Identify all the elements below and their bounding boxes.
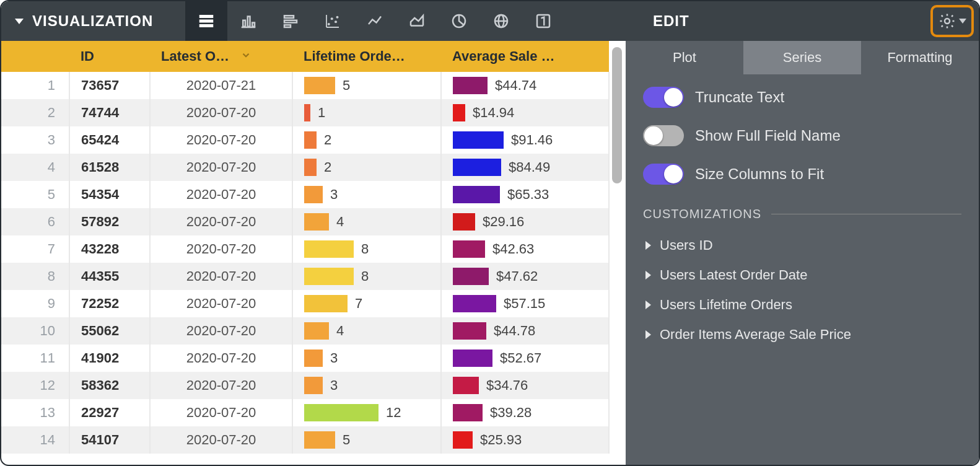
table-row[interactable]: 7432282020-07-208$42.63 bbox=[1, 235, 609, 263]
svg-point-13 bbox=[336, 16, 339, 19]
svg-rect-8 bbox=[284, 20, 297, 23]
vis-type-table[interactable] bbox=[185, 1, 227, 41]
cell-orders: 2 bbox=[292, 154, 441, 181]
svg-rect-5 bbox=[252, 23, 255, 27]
chevron-down-icon bbox=[959, 19, 966, 24]
scroll-thumb[interactable] bbox=[612, 47, 622, 183]
cell-date: 2020-07-20 bbox=[150, 263, 292, 290]
toggle-size-columns-to-fit[interactable] bbox=[643, 164, 684, 185]
table-row[interactable]: 11419022020-07-203$52.67 bbox=[1, 345, 609, 372]
app-window: VISUALIZATION EDIT ID Latest O… bbox=[0, 0, 980, 466]
vis-type-single[interactable] bbox=[522, 1, 564, 41]
row-number: 5 bbox=[1, 181, 69, 208]
cell-avg: $52.67 bbox=[441, 345, 609, 372]
row-number: 3 bbox=[1, 126, 69, 154]
cell-avg: $57.15 bbox=[441, 290, 609, 317]
customization-label: Order Items Average Sale Price bbox=[660, 327, 851, 343]
visualization-label: VISUALIZATION bbox=[32, 12, 153, 30]
caret-down-icon bbox=[15, 19, 24, 24]
toggle-label: Show Full Field Name bbox=[695, 127, 841, 144]
cell-date: 2020-07-20 bbox=[150, 208, 292, 235]
customization-item[interactable]: Users ID bbox=[626, 226, 979, 256]
vis-type-bar bbox=[185, 1, 564, 41]
body: ID Latest O… Lifetime Orde… Average Sale… bbox=[1, 41, 979, 465]
scrollbar[interactable] bbox=[612, 47, 622, 465]
col-id[interactable]: ID bbox=[69, 41, 150, 72]
cell-orders: 5 bbox=[292, 72, 441, 99]
cell-avg: $91.46 bbox=[441, 126, 609, 154]
table-row[interactable]: 1736572020-07-215$44.74 bbox=[1, 72, 609, 99]
cell-orders: 4 bbox=[292, 208, 441, 235]
cell-orders: 2 bbox=[292, 126, 441, 154]
vis-type-column[interactable] bbox=[227, 1, 269, 41]
panel-tabs: PlotSeriesFormatting bbox=[626, 41, 979, 74]
table-row[interactable]: 10550622020-07-204$44.78 bbox=[1, 317, 609, 345]
cell-avg: $65.33 bbox=[441, 181, 609, 208]
cell-avg: $44.78 bbox=[441, 317, 609, 345]
cell-avg: $29.16 bbox=[441, 208, 609, 235]
tab-plot[interactable]: Plot bbox=[626, 41, 743, 74]
table-row[interactable]: 3654242020-07-202$91.46 bbox=[1, 126, 609, 154]
svg-rect-4 bbox=[248, 17, 250, 27]
row-number: 9 bbox=[1, 290, 69, 317]
table-row[interactable]: 6578922020-07-204$29.16 bbox=[1, 208, 609, 235]
table-row[interactable]: 4615282020-07-202$84.49 bbox=[1, 154, 609, 181]
topbar: VISUALIZATION EDIT bbox=[1, 1, 979, 41]
customization-item[interactable]: Users Latest Order Date bbox=[626, 256, 979, 286]
col-latest[interactable]: Latest O… bbox=[150, 41, 292, 72]
cell-id: 65424 bbox=[69, 126, 150, 154]
cell-orders: 8 bbox=[292, 263, 441, 290]
cell-orders: 1 bbox=[292, 99, 441, 126]
table-wrap: ID Latest O… Lifetime Orde… Average Sale… bbox=[1, 41, 626, 465]
triangle-right-icon bbox=[645, 330, 651, 339]
cell-avg: $42.63 bbox=[441, 235, 609, 263]
cell-date: 2020-07-20 bbox=[150, 154, 292, 181]
table-row[interactable]: 2747442020-07-201$14.94 bbox=[1, 99, 609, 126]
table-row[interactable]: 5543542020-07-203$65.33 bbox=[1, 181, 609, 208]
col-avg[interactable]: Average Sale … bbox=[441, 41, 609, 72]
row-number: 12 bbox=[1, 372, 69, 399]
cell-date: 2020-07-21 bbox=[150, 72, 292, 99]
edit-panel: PlotSeriesFormatting Truncate TextShow F… bbox=[626, 41, 979, 465]
row-number: 7 bbox=[1, 235, 69, 263]
table-icon bbox=[197, 12, 216, 30]
toggle-show-full-field-name[interactable] bbox=[643, 125, 684, 146]
area-icon bbox=[408, 12, 426, 30]
vis-type-scatter[interactable] bbox=[312, 1, 354, 41]
cell-id: 22927 bbox=[69, 399, 150, 426]
cell-avg: $14.94 bbox=[441, 99, 609, 126]
cell-date: 2020-07-20 bbox=[150, 399, 292, 426]
toggle-truncate-text[interactable] bbox=[643, 87, 684, 108]
table-row[interactable]: 9722522020-07-207$57.15 bbox=[1, 290, 609, 317]
cell-date: 2020-07-20 bbox=[150, 345, 292, 372]
cell-id: 61528 bbox=[69, 154, 150, 181]
vis-type-area[interactable] bbox=[396, 1, 438, 41]
table-row[interactable]: 12583622020-07-203$34.76 bbox=[1, 372, 609, 399]
row-number: 8 bbox=[1, 263, 69, 290]
tab-formatting[interactable]: Formatting bbox=[861, 41, 979, 74]
table-row[interactable]: 8443552020-07-208$47.62 bbox=[1, 263, 609, 290]
cell-date: 2020-07-20 bbox=[150, 290, 292, 317]
col-rownum[interactable] bbox=[1, 41, 69, 72]
vis-type-line[interactable] bbox=[354, 1, 396, 41]
settings-button[interactable] bbox=[930, 5, 974, 37]
svg-point-12 bbox=[335, 20, 337, 23]
row-number: 2 bbox=[1, 99, 69, 126]
table-row[interactable]: 14541072020-07-205$25.93 bbox=[1, 426, 609, 454]
vis-type-pie[interactable] bbox=[438, 1, 480, 41]
cell-id: 58362 bbox=[69, 372, 150, 399]
toggle-row: Truncate Text bbox=[626, 74, 979, 113]
vis-type-map[interactable] bbox=[480, 1, 522, 41]
edit-label: EDIT bbox=[645, 1, 930, 41]
visualization-toggle[interactable]: VISUALIZATION bbox=[1, 1, 167, 41]
vis-type-bar[interactable] bbox=[269, 1, 312, 41]
cell-avg: $47.62 bbox=[441, 263, 609, 290]
customization-item[interactable]: Order Items Average Sale Price bbox=[626, 315, 979, 345]
customization-label: Users Latest Order Date bbox=[660, 267, 807, 283]
table-row[interactable]: 13229272020-07-2012$39.28 bbox=[1, 399, 609, 426]
svg-rect-2 bbox=[199, 24, 214, 27]
customization-item[interactable]: Users Lifetime Orders bbox=[626, 286, 979, 315]
col-orders[interactable]: Lifetime Orde… bbox=[292, 41, 441, 72]
tab-series[interactable]: Series bbox=[743, 41, 861, 74]
cell-avg: $34.76 bbox=[441, 372, 609, 399]
